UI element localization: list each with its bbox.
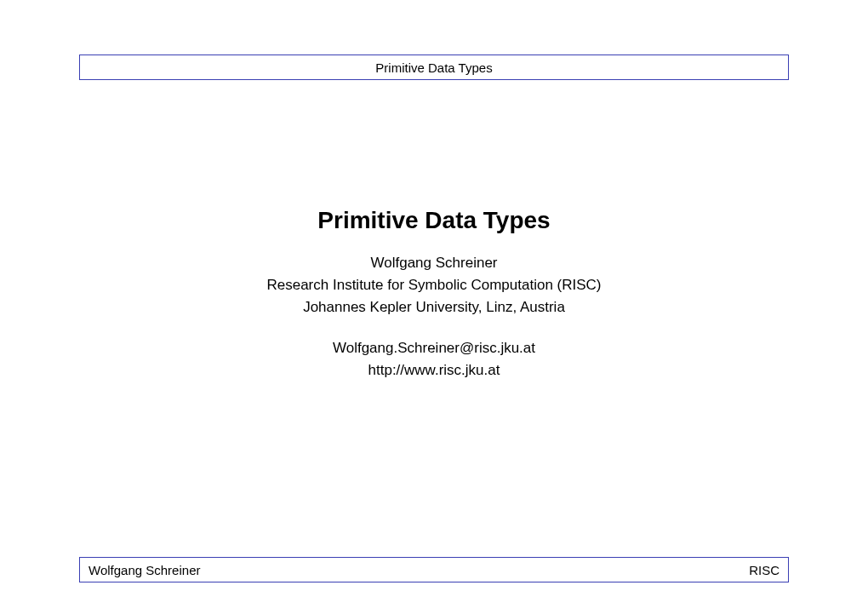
header-title: Primitive Data Types: [375, 60, 492, 75]
content-area: Primitive Data Types Wolfgang Schreiner …: [0, 207, 868, 379]
affiliation-university: Johannes Kepler University, Linz, Austri…: [0, 299, 868, 316]
footer-box: Wolfgang Schreiner RISC: [79, 557, 789, 582]
footer-institute: RISC: [749, 563, 779, 577]
author-email: Wolfgang.Schreiner@risc.jku.at: [0, 340, 868, 357]
main-title: Primitive Data Types: [0, 207, 868, 234]
author-name: Wolfgang Schreiner: [0, 255, 868, 272]
affiliation-institute: Research Institute for Symbolic Computat…: [0, 277, 868, 294]
footer-author: Wolfgang Schreiner: [89, 563, 200, 577]
header-box: Primitive Data Types: [79, 55, 789, 80]
author-url: http://www.risc.jku.at: [0, 362, 868, 379]
